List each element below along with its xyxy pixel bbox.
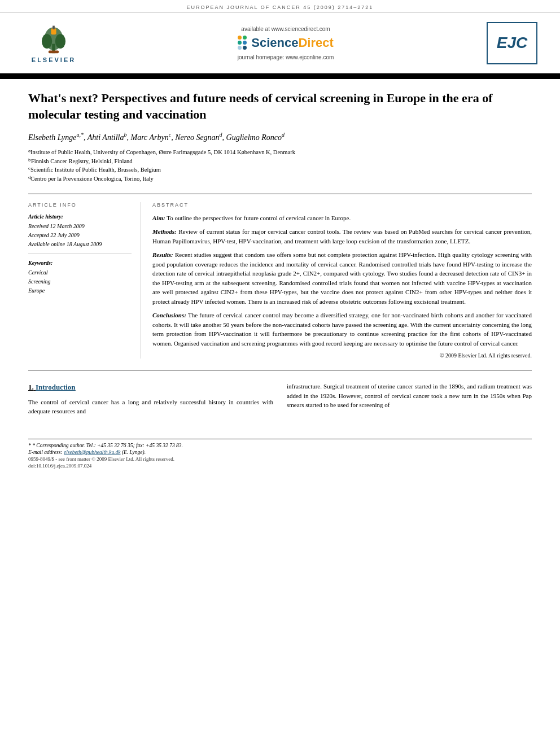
footer-doi: doi:10.1016/j.ejca.2009.07.024 — [28, 463, 532, 469]
aim-text: To outline the perspectives for future c… — [165, 215, 351, 221]
copyright-line: © 2009 Elsevier Ltd. All rights reserved… — [152, 352, 532, 359]
affil-a: ᵃInstitute of Public Health, University … — [28, 148, 532, 157]
sd-dot-5 — [238, 46, 242, 50]
svg-point-2 — [42, 34, 52, 49]
intro-left-col: 1. Introduction The control of cervical … — [28, 382, 273, 416]
sciencedirect-logo: ScienceDirect — [90, 36, 481, 51]
footer-issn: 0959-8049/$ - see front matter © 2009 El… — [28, 456, 532, 462]
sd-dot-4 — [243, 41, 247, 45]
affil-d: ᵈCentro per la Prevenzione Oncologica, T… — [28, 174, 532, 184]
journal-homepage-text: journal homepage: www.ejconline.com — [90, 54, 481, 60]
abstract-methods: Methods: Review of current status for ma… — [152, 227, 532, 246]
results-label: Results: — [152, 251, 173, 258]
bottom-divider — [28, 370, 532, 370]
author-1: Elsebeth Lyngea,* — [28, 133, 84, 142]
journal-title-line: EUROPEAN JOURNAL OF CANCER 45 (2009) 271… — [187, 5, 374, 10]
elsevier-logo: ELSEVIER — [17, 18, 90, 68]
author-3: Marc Arbync — [130, 133, 171, 142]
accepted-date: Accepted 22 July 2009 — [28, 231, 132, 240]
section-number: 1. Introduction — [28, 382, 273, 393]
svg-point-3 — [55, 34, 65, 49]
intro-para-1: The control of cervical cancer has a lon… — [28, 397, 273, 416]
author-5: Guglielmo Roncod — [226, 133, 285, 142]
results-text: Recent studies suggest that condom use o… — [152, 251, 532, 305]
available-at-text: available at www.sciencedirect.com — [90, 26, 481, 32]
footer-email-link[interactable]: elsebeth@pubhealth.ku.dk — [64, 449, 121, 455]
article-history-label: Article history: — [28, 213, 132, 220]
sd-dot-2 — [243, 36, 247, 40]
sd-dot-3 — [238, 41, 242, 45]
abstract-col: ABSTRACT Aim: To outline the perspective… — [152, 202, 532, 359]
methods-text: Review of current status for major cervi… — [152, 228, 532, 244]
author-2: Ahti Antillab — [88, 133, 127, 142]
ejc-logo: EJC — [481, 18, 543, 68]
footer-email-label: E-mail address: — [28, 449, 63, 455]
ejc-box: EJC — [487, 22, 537, 64]
black-bar — [0, 73, 560, 79]
available-online-date: Available online 18 August 2009 — [28, 240, 132, 249]
keyword-cervical: Cervical — [28, 268, 132, 277]
article-info-header: ARTICLE INFO — [28, 202, 132, 208]
sd-dot-6 — [243, 46, 247, 50]
affiliations: ᵃInstitute of Public Health, University … — [28, 148, 532, 184]
header-area: ELSEVIER available at www.sciencedirect.… — [0, 12, 560, 73]
elsevier-tree-icon — [34, 23, 73, 54]
sd-dots — [238, 36, 248, 51]
article-info-col: ARTICLE INFO Article history: Received 1… — [28, 202, 141, 359]
footer-email-line: E-mail address: elsebeth@pubhealth.ku.dk… — [28, 449, 532, 455]
abstract-aim: Aim: To outline the perspectives for fut… — [152, 213, 532, 223]
affil-b: ᵇFinnish Cancer Registry, Helsinki, Finl… — [28, 157, 532, 166]
methods-label: Methods: — [152, 228, 177, 235]
intro-para-2: infrastructure. Surgical treatment of ut… — [287, 382, 532, 410]
left-divider-1 — [28, 254, 132, 254]
aim-label: Aim: — [152, 215, 165, 221]
introduction-section: 1. Introduction The control of cervical … — [28, 382, 532, 416]
authors-line: Elsebeth Lyngea,*, Ahti Antillab, Marc A… — [28, 132, 532, 142]
keywords-label: Keywords: — [28, 260, 132, 266]
ejc-letters: EJC — [497, 34, 527, 52]
section-num-text: 1. — [28, 383, 34, 391]
main-content: What's next? Perspectives and future nee… — [0, 79, 560, 427]
journal-line: EUROPEAN JOURNAL OF CANCER 45 (2009) 271… — [0, 0, 560, 12]
footer-tel: Tel.: +45 35 32 76 35; fax: +45 35 32 73… — [86, 443, 183, 448]
article-info-abstract-section: ARTICLE INFO Article history: Received 1… — [28, 194, 532, 359]
section-title-text: Introduction — [36, 383, 76, 391]
conclusions-text: The future of cervical cancer control ma… — [152, 312, 532, 347]
footer-corresponding-label: * Corresponding author. — [32, 443, 85, 448]
intro-right-col: infrastructure. Surgical treatment of ut… — [287, 382, 532, 416]
conclusions-label: Conclusions: — [152, 312, 186, 318]
affil-c: ᶜScientific Institute of Public Health, … — [28, 165, 532, 174]
abstract-header: ABSTRACT — [152, 202, 532, 208]
footer: * * Corresponding author. Tel.: +45 35 3… — [28, 439, 532, 469]
abstract-conclusions: Conclusions: The future of cervical canc… — [152, 311, 532, 348]
svg-rect-4 — [49, 50, 59, 53]
abstract-results: Results: Recent studies suggest that con… — [152, 250, 532, 306]
received-date: Received 12 March 2009 — [28, 222, 132, 231]
keyword-europe: Europe — [28, 286, 132, 295]
article-title: What's next? Perspectives and future nee… — [28, 90, 532, 123]
svg-rect-6 — [53, 25, 55, 29]
sd-dot-1 — [238, 36, 242, 40]
footer-email-name: (E. Lynge). — [122, 449, 146, 455]
elsevier-wordmark: ELSEVIER — [32, 56, 76, 63]
page-wrapper: EUROPEAN JOURNAL OF CANCER 45 (2009) 271… — [0, 0, 560, 469]
author-4: Nereo Segnand — [175, 133, 222, 142]
keyword-screening: Screening — [28, 277, 132, 286]
center-header-info: available at www.sciencedirect.com — [90, 26, 481, 60]
footer-corresponding: * * Corresponding author. Tel.: +45 35 3… — [28, 443, 532, 448]
sciencedirect-text: ScienceDirect — [251, 36, 334, 50]
